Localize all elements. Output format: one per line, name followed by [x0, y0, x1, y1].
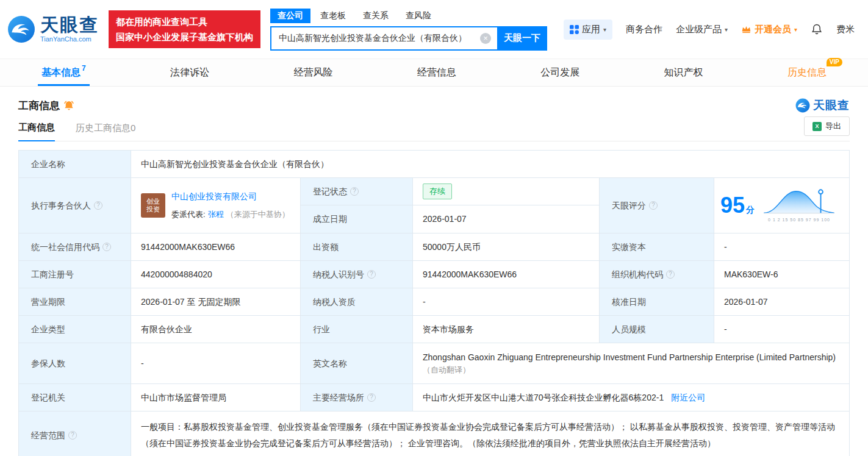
promo-banner-line2: 国家中小企业发展子基金旗下机构: [116, 29, 253, 45]
chevron-down-icon: ▾: [603, 26, 606, 33]
watermark-logo-text: 天眼查: [813, 98, 850, 113]
value-english-name: Zhongshan Gaoxin Zhiguang Entrepreneursh…: [413, 343, 849, 383]
monitor-alarm-icon[interactable]: [63, 100, 74, 111]
search-input-wrap: ×: [270, 26, 497, 51]
watermark-logo-icon: [795, 98, 810, 113]
auto-translate-note: （自动翻译）: [423, 364, 470, 376]
search-input[interactable]: [270, 26, 497, 51]
subtab-business-info[interactable]: 工商信息: [18, 122, 55, 141]
delegate-name-link[interactable]: 张程: [208, 208, 224, 221]
value-industry: 资本市场服务: [413, 316, 599, 343]
export-button[interactable]: X 导出: [804, 116, 850, 136]
tab-company-development[interactable]: 公司发展: [540, 59, 579, 86]
user-menu[interactable]: 费米: [836, 24, 855, 35]
value-company-name: 中山高新智光创业投资基金合伙企业（有限合伙）: [131, 151, 849, 177]
subtab-history-business-info[interactable]: 历史工商信息0: [76, 123, 135, 141]
chevron-down-icon: ▾: [725, 26, 728, 33]
value-executive-partner: 创业 投资 中山创业投资有限公司 委派代表: 张程 （来源于中基协）: [131, 178, 300, 233]
help-icon[interactable]: ?: [68, 431, 77, 440]
company-nav-tabs: 基本信息 7 法律诉讼 经营风险 经营信息 公司发展 知识产权 历史信息 VIP: [0, 59, 868, 87]
label-executive-partner: 执行事务合伙人 ?: [19, 178, 131, 233]
subtabs-row: 工商信息 历史工商信息0 X 导出: [18, 122, 850, 141]
search-tab-company[interactable]: 查公司: [270, 9, 310, 23]
brand-domain: TianYanCha.com: [40, 35, 99, 43]
value-establish-date: 2026-01-07: [413, 205, 599, 233]
value-org-code: MAK630EW-6: [714, 261, 849, 288]
label-registration-number: 工商注册号: [19, 261, 131, 288]
tab-basic-info[interactable]: 基本信息 7: [41, 59, 86, 86]
tab-operation-info[interactable]: 经营信息: [417, 59, 456, 86]
search-button[interactable]: 天眼一下: [497, 26, 547, 51]
help-icon[interactable]: ?: [666, 270, 675, 279]
value-taxpayer-quality: -: [413, 288, 599, 315]
value-business-scope: 一般项目：私募股权投资基金管理、创业投资基金管理服务（须在中国证券投资基金业协会…: [131, 411, 849, 456]
tianyancha-logo[interactable]: 天眼查 TianYanCha.com: [7, 15, 99, 43]
value-approval-date: 2026-01-07: [714, 288, 849, 315]
tab-company-development-label: 公司发展: [540, 66, 579, 79]
partner-company-link[interactable]: 中山创业投资有限公司: [171, 190, 290, 203]
help-icon[interactable]: ?: [102, 243, 111, 251]
value-company-type: 有限合伙企业: [131, 316, 300, 343]
enterprise-product-menu[interactable]: 企业级产品 ▾: [676, 24, 728, 35]
label-credit-code: 统一社会信用代码 ?: [19, 233, 131, 260]
apps-grid-icon: [570, 25, 579, 34]
help-icon[interactable]: ?: [367, 270, 376, 279]
value-staff-size: -: [714, 316, 849, 343]
brand-name: 天眼查: [40, 16, 99, 34]
business-cooperation-menu[interactable]: 商务合作: [626, 24, 662, 35]
tab-operation-risk-label: 经营风险: [293, 66, 332, 79]
crown-icon: [741, 25, 751, 34]
search-tab-boss[interactable]: 查老板: [313, 9, 353, 23]
active-tab-underline: [38, 84, 90, 86]
tab-intellectual-property[interactable]: 知识产权: [664, 59, 703, 86]
tab-basic-info-count: 7: [82, 64, 86, 73]
help-icon[interactable]: ?: [649, 201, 658, 210]
search-tabs: 查公司 查老板 查关系 查风险: [270, 9, 547, 23]
help-icon[interactable]: ?: [367, 393, 376, 402]
search-tab-relation[interactable]: 查关系: [356, 9, 396, 23]
help-icon[interactable]: ?: [350, 187, 359, 196]
partner-detail: 中山创业投资有限公司 委派代表: 张程 （来源于中基协）: [171, 190, 290, 221]
value-paid-capital: -: [714, 233, 849, 260]
excel-icon: X: [812, 122, 822, 131]
open-vip-label: 开通会员: [755, 24, 791, 35]
search-row: × 天眼一下: [270, 26, 547, 51]
label-registration-status: 登记状态 ?: [301, 178, 412, 205]
label-taxpayer-id: 纳税人识别号 ?: [301, 261, 412, 288]
tab-operation-risk[interactable]: 经营风险: [293, 59, 332, 86]
page-title: 工商信息: [18, 99, 60, 113]
label-approval-date: 核准日期: [600, 288, 714, 315]
bell-icon: [811, 23, 823, 35]
value-insured-count: -: [131, 343, 300, 383]
score-distribution-chart: 0 1 2 15 50 85 97 99 100: [761, 187, 838, 224]
nearby-companies-link[interactable]: 附近公司: [671, 391, 705, 404]
value-contribution: 50000万人民币: [413, 233, 599, 260]
tab-intellectual-property-label: 知识产权: [664, 66, 703, 79]
status-badge: 存续: [423, 183, 452, 199]
top-header: 天眼查 TianYanCha.com 都在用的商业查询工具 国家中小企业发展子基…: [0, 0, 868, 59]
chevron-down-icon: ▾: [794, 26, 797, 33]
tab-legal-litigation[interactable]: 法律诉讼: [170, 59, 209, 86]
search-area: 查公司 查老板 查关系 查风险 × 天眼一下: [270, 9, 547, 51]
clear-icon[interactable]: ×: [480, 33, 491, 44]
value-registration-status: 存续: [413, 178, 599, 205]
label-business-scope: 经营范围 ?: [19, 411, 131, 456]
username: 费米: [836, 24, 855, 35]
delegate-source: （来源于中基协）: [226, 208, 290, 221]
search-tab-risk[interactable]: 查风险: [398, 9, 439, 23]
promo-banner: 都在用的商业查询工具 国家中小企业发展子基金旗下机构: [109, 10, 260, 48]
value-tianyan-score: 95分 0 1 2 15 50 85 97 99 100: [714, 178, 849, 233]
value-registration-authority: 中山市市场监督管理局: [131, 384, 300, 411]
label-insured-count: 参保人数: [19, 343, 131, 383]
apps-menu[interactable]: 应用 ▾: [564, 20, 612, 40]
watermark-logo: 天眼查: [795, 98, 850, 113]
notification-bell[interactable]: [811, 23, 823, 35]
label-registration-authority: 登记机关: [19, 384, 131, 411]
label-taxpayer-quality: 纳税人资质: [301, 288, 412, 315]
tab-history-info[interactable]: 历史信息 VIP: [787, 59, 827, 86]
top-menu: 应用 ▾ 商务合作 企业级产品 ▾ 开通会员 ▾ 费米: [564, 20, 855, 40]
label-contribution: 出资额: [301, 233, 412, 260]
value-taxpayer-id: 91442000MAK630EW66: [413, 261, 599, 288]
help-icon[interactable]: ?: [94, 201, 102, 210]
open-vip-menu[interactable]: 开通会员 ▾: [741, 24, 797, 35]
